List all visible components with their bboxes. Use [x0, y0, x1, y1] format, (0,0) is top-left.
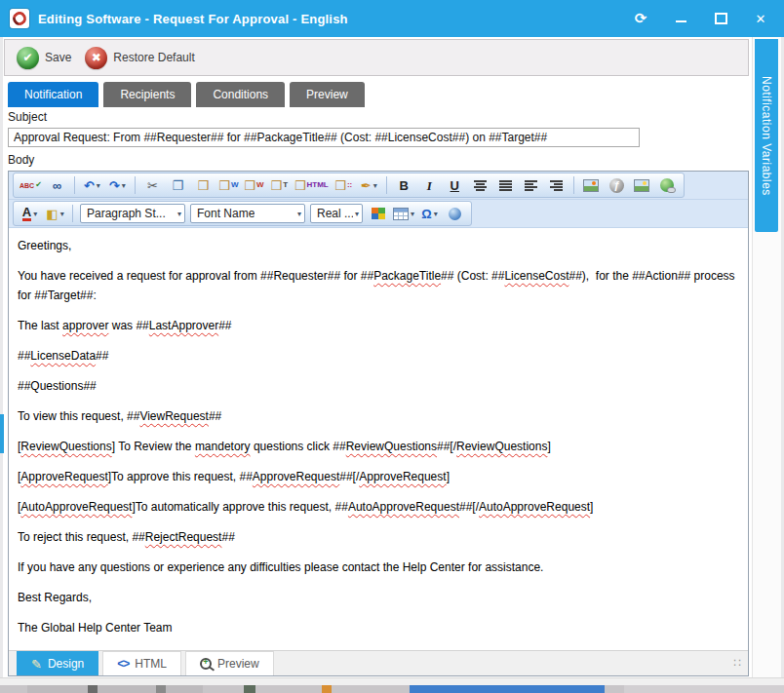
editor-toolbar-island-1: ABC✔∞↶▾↷▾✂❐❒❒W❒W❒T❒HTML❒::✒▾BIUƒ	[13, 173, 685, 198]
paste-plain-text-icon[interactable]: ❒T	[267, 175, 292, 196]
paste-icon[interactable]: ❒	[191, 175, 216, 196]
undo-icon[interactable]: ↶▾	[80, 175, 104, 196]
paragraph-style-select-label: Paragraph St...	[87, 207, 166, 220]
apply-css-class-icon	[372, 208, 385, 219]
italic-button[interactable]: I	[417, 175, 442, 196]
image-manager-icon[interactable]	[579, 175, 604, 196]
misspelled-word: RejectRequest	[145, 530, 222, 544]
flash-manager-icon: ƒ	[609, 178, 624, 193]
misspelled-word: ApproveRequest	[359, 470, 446, 483]
align-center-button	[474, 180, 487, 191]
chevron-down-icon: ▾	[60, 210, 64, 218]
align-right-button[interactable]	[544, 175, 568, 196]
misspelled-word: AutoApproveRequest	[20, 500, 132, 514]
pencil-icon: ✎	[31, 657, 42, 672]
main-toolbar: Save Restore Default	[4, 39, 749, 76]
close-icon[interactable]	[753, 11, 768, 26]
paste-options-icon[interactable]: ❒::	[332, 175, 356, 196]
misspelled-word: ApproveRequest	[253, 470, 339, 483]
tab-conditions[interactable]: Conditions	[196, 82, 285, 107]
title-bar: Editing Software - Request For Approval …	[0, 0, 784, 37]
module-manager-icon[interactable]	[443, 204, 467, 224]
copy-icon[interactable]: ❐	[166, 175, 190, 196]
editor-mode-tabs: ✎Design<>HTMLPreview∷	[9, 650, 748, 675]
tab-notification[interactable]: Notification	[8, 82, 98, 107]
paste-html-icon[interactable]: ❒HTML	[293, 175, 331, 196]
editor-toolbar-row-2: A▾◧▾Paragraph St...▾Font Name▾Real ...▾▾…	[9, 200, 748, 228]
window-border-bottom	[0, 677, 784, 685]
redo-icon[interactable]: ↷▾	[105, 175, 130, 196]
misspelled-word: approver	[62, 319, 108, 332]
font-name-select[interactable]: Font Name▾	[190, 204, 305, 223]
apply-css-class-icon[interactable]	[366, 204, 390, 224]
paragraph-style-select[interactable]: Paragraph St...▾	[80, 204, 185, 223]
font-size-select[interactable]: Real ...▾	[310, 204, 363, 223]
body-paragraph: Greetings,	[18, 236, 739, 255]
misspelled-word: ReviewQuestions	[20, 440, 111, 453]
tab-preview[interactable]: Preview	[290, 82, 365, 107]
format-painter-icon[interactable]: ✒▾	[357, 175, 381, 196]
body-paragraph: [ApproveRequest]To approve this request,…	[18, 467, 739, 486]
body-paragraph: To view this request, ##ViewRequest##	[18, 406, 739, 426]
paste-from-word-icon[interactable]: ❒W	[216, 175, 241, 196]
refresh-icon[interactable]	[633, 11, 648, 26]
bold-button[interactable]: B	[392, 175, 416, 196]
align-left-button[interactable]	[519, 175, 543, 196]
hyperlink-manager-icon[interactable]	[655, 175, 680, 196]
image-manager-icon	[583, 179, 599, 192]
chevron-down-icon: ▾	[33, 210, 37, 218]
subject-input[interactable]	[8, 128, 640, 147]
editor-tab-html[interactable]: <>HTML	[102, 651, 181, 675]
editor-tab-design[interactable]: ✎Design	[17, 651, 98, 675]
misspelled-word: ReviewQuestions	[456, 440, 547, 453]
find-and-replace-icon[interactable]: ∞	[45, 175, 69, 196]
resize-grip[interactable]: ∷	[733, 656, 742, 670]
cut-icon[interactable]: ✂	[140, 175, 165, 196]
justify-button	[499, 180, 512, 191]
misspelled-word: AutoApproveRequest	[479, 500, 590, 514]
window-title: Editing Software - Request For Approval …	[38, 12, 348, 26]
media-manager-icon[interactable]	[630, 175, 654, 196]
notification-variables-tab[interactable]: Notification Variables	[755, 39, 778, 232]
minimize-icon[interactable]	[673, 11, 688, 26]
body-paragraph: The last approver was ##LastApprover##	[18, 316, 739, 335]
foreground-color-icon[interactable]: A▾	[18, 204, 42, 224]
media-manager-icon	[634, 179, 649, 192]
body-paragraph: Best Regards,	[18, 588, 739, 607]
desktop-background-strip	[0, 685, 784, 693]
align-center-button[interactable]	[468, 175, 492, 196]
app-icon	[10, 9, 29, 28]
body-paragraph: ##Questions##	[18, 376, 739, 396]
tab-recipients[interactable]: Recipients	[103, 82, 191, 107]
editor-tab-label: Design	[48, 657, 84, 671]
restore-x-icon	[85, 47, 107, 69]
editor-toolbar-row-1: ABC✔∞↶▾↷▾✂❐❒❒W❒W❒T❒HTML❒::✒▾BIUƒ	[9, 172, 748, 200]
underline-button[interactable]: U	[443, 175, 467, 196]
editor-body[interactable]: Greetings,You have received a request fo…	[9, 228, 748, 650]
body-paragraph: ##LicenseData##	[18, 346, 739, 366]
spellcheck-icon[interactable]: ABC✔	[18, 175, 44, 196]
misspelled-word: PackageTitle	[373, 269, 441, 283]
toolbar-separator	[573, 176, 574, 194]
misspelled-word: LicenseData	[30, 349, 96, 363]
application-window: Editing Software - Request For Approval …	[0, 0, 784, 693]
chevron-down-icon: ▾	[434, 210, 438, 218]
restore-default-button[interactable]: Restore Default	[85, 47, 194, 69]
editor-tab-preview[interactable]: Preview	[185, 651, 274, 675]
insert-symbol-icon[interactable]: Ω▾	[417, 204, 442, 224]
body-paragraph: [AutoApproveRequest]To automatically app…	[18, 497, 739, 517]
notification-variables-label: Notification Variables	[760, 76, 773, 196]
toolbar-separator	[74, 176, 75, 194]
editor-toolbar-island-2: A▾◧▾Paragraph St...▾Font Name▾Real ...▾▾…	[13, 201, 472, 226]
body-label: Body	[8, 153, 34, 167]
flash-manager-icon[interactable]: ƒ	[605, 175, 629, 196]
background-color-icon[interactable]: ◧▾	[43, 204, 67, 224]
justify-button[interactable]	[493, 175, 518, 196]
misspelled-word: ReviewQuestions	[346, 440, 437, 453]
insert-table-icon[interactable]: ▾	[391, 204, 416, 224]
save-button[interactable]: Save	[17, 47, 71, 69]
toolbar-separator	[135, 176, 136, 194]
paste-from-word-strip-font-icon[interactable]: ❒W	[242, 175, 266, 196]
maximize-icon[interactable]	[713, 11, 728, 26]
body-paragraph: To reject this request, ##RejectRequest#…	[18, 527, 739, 547]
